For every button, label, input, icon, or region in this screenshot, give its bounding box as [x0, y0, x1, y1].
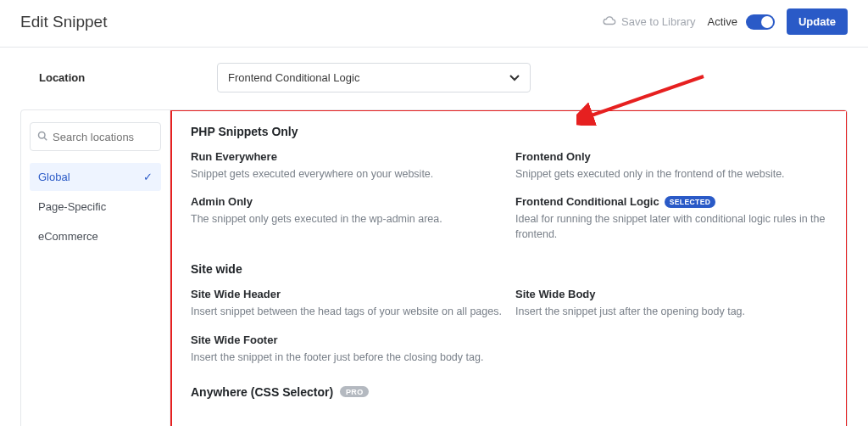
sidebar-item-global[interactable]: Global ✓ [30, 163, 161, 191]
option-title: Frontend Conditional Logic SELECTED [515, 195, 827, 208]
option-desc: Snippet gets executed everywhere on your… [191, 166, 509, 182]
svg-line-2 [44, 137, 47, 140]
option-run-everywhere[interactable]: Run Everywhere Snippet gets executed eve… [191, 150, 509, 182]
option-desc: Insert the snippet just after the openin… [515, 304, 827, 319]
sidebar-item-label: eCommerce [38, 230, 98, 243]
search-locations-container[interactable] [30, 122, 161, 151]
section-title-php: PHP Snippets Only [191, 125, 827, 138]
location-selected-value: Frontend Conditional Logic [228, 71, 359, 84]
option-admin-only[interactable]: Admin Only The snippet only gets execute… [191, 195, 509, 242]
option-desc: Snippet gets executed only in the fronte… [515, 166, 827, 182]
option-site-wide-body[interactable]: Site Wide Body Insert the snippet just a… [515, 288, 827, 319]
location-label: Location [39, 71, 217, 84]
option-desc: Insert the snippet in the footer just be… [191, 350, 509, 365]
option-desc: The snippet only gets executed in the wp… [191, 211, 509, 227]
search-icon [37, 129, 47, 144]
option-title: Run Everywhere [191, 150, 509, 163]
page-title: Edit Snippet [20, 13, 603, 31]
sidebar-item-page-specific[interactable]: Page-Specific [30, 193, 161, 221]
option-title: Site Wide Body [515, 288, 827, 300]
pro-badge: PRO [340, 386, 369, 397]
save-to-library-button[interactable]: Save to Library [603, 15, 695, 28]
svg-point-1 [39, 132, 46, 139]
option-title: Admin Only [191, 195, 509, 208]
chevron-down-icon [509, 72, 520, 84]
option-frontend-conditional[interactable]: Frontend Conditional Logic SELECTED Idea… [515, 195, 827, 242]
cloud-icon [603, 15, 616, 28]
option-desc: Insert snippet between the head tags of … [191, 304, 509, 319]
search-locations-input[interactable] [53, 131, 153, 143]
sidebar-item-label: Page-Specific [38, 200, 106, 213]
option-frontend-only[interactable]: Frontend Only Snippet gets executed only… [515, 150, 827, 182]
sidebar-item-label: Global [38, 171, 70, 183]
active-label: Active [708, 15, 737, 28]
sidebar-item-ecommerce[interactable]: eCommerce [30, 222, 161, 250]
selected-badge: SELECTED [665, 196, 716, 208]
option-title: Site Wide Header [191, 288, 509, 300]
option-title: Frontend Only [515, 150, 827, 163]
section-title-anywhere: Anywhere (CSS Selector) PRO [191, 385, 827, 399]
option-site-wide-footer[interactable]: Site Wide Footer Insert the snippet in t… [191, 334, 509, 365]
active-toggle[interactable] [746, 14, 775, 30]
check-icon: ✓ [143, 171, 153, 183]
section-title-sitewide: Site wide [191, 262, 827, 276]
option-desc: Ideal for running the snippet later with… [515, 211, 827, 242]
option-site-wide-header[interactable]: Site Wide Header Insert snippet between … [191, 288, 509, 319]
option-title: Site Wide Footer [191, 334, 509, 346]
location-select[interactable]: Frontend Conditional Logic [217, 63, 531, 92]
save-to-library-label: Save to Library [621, 15, 695, 28]
update-button[interactable]: Update [787, 8, 848, 35]
